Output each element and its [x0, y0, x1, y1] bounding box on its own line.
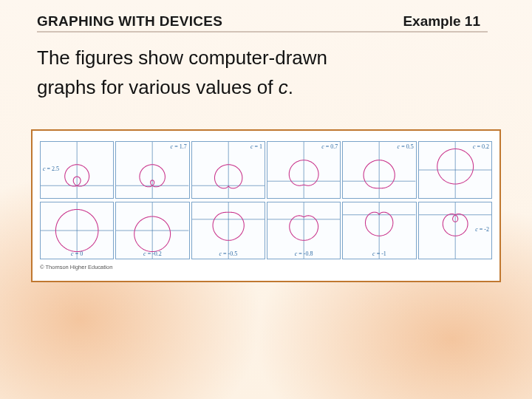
body-text: The figures show computer-drawn graphs f… — [0, 34, 532, 103]
figure-credit: © Thomson Higher Education — [40, 264, 492, 270]
chart-cell: c = -2 — [418, 202, 492, 259]
chart-cell: c = -1 — [342, 202, 416, 259]
chart-cell: c = 0 — [40, 202, 114, 259]
chart-cell: c = -0.2 — [115, 202, 189, 259]
c-value-label: c = 0 — [71, 250, 83, 257]
c-value-label: c = -0.5 — [219, 250, 237, 257]
body-line-1: The figures show computer-drawn — [37, 43, 495, 72]
chart-cell: c = 1.7 — [115, 141, 189, 199]
chart-cell: c = 0.2 — [418, 141, 492, 199]
body-line-2a: graphs for various values of — [37, 76, 279, 98]
c-value-label: c = -1 — [372, 250, 386, 257]
c-value-label: c = 1.7 — [171, 143, 187, 150]
c-value-label: c = 1 — [250, 143, 262, 150]
header-rule — [37, 31, 488, 33]
example-label: Example 11 — [403, 13, 480, 30]
c-value-label: c = -0.2 — [143, 250, 162, 257]
c-value-label: c = 0.7 — [321, 143, 338, 150]
figure-panel: c = 2.5c = 1.7c = 1c = 0.7c = 0.5c = 0.2… — [31, 129, 501, 282]
c-value-label: c = 0.5 — [398, 143, 414, 150]
chart-grid: c = 2.5c = 1.7c = 1c = 0.7c = 0.5c = 0.2… — [40, 141, 492, 259]
chart-cell: c = -0.8 — [267, 202, 341, 259]
chart-cell: c = 0.5 — [342, 141, 416, 199]
chart-cell: c = -0.5 — [191, 202, 265, 259]
c-value-label: c = 2.5 — [43, 166, 59, 172]
chart-cell: c = 0.7 — [267, 141, 341, 199]
c-value-label: c = -0.8 — [295, 250, 313, 257]
c-value-label: c = 0.2 — [473, 143, 489, 150]
body-line-2: graphs for various values of c. — [37, 72, 495, 102]
section-title: GRAPHING WITH DEVICES — [37, 13, 222, 30]
body-line-2b: . — [288, 76, 293, 98]
chart-cell: c = 1 — [191, 141, 265, 199]
c-value-label: c = -2 — [475, 226, 489, 233]
slide-header: GRAPHING WITH DEVICES Example 11 — [0, 0, 532, 34]
chart-cell: c = 2.5 — [40, 141, 114, 199]
body-var-c: c — [279, 76, 288, 98]
